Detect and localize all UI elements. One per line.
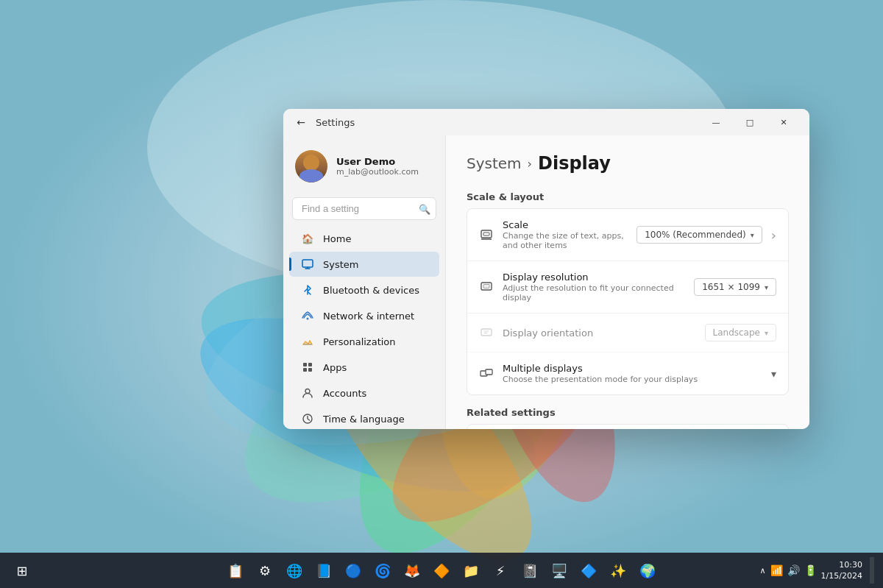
- sidebar-item-apps[interactable]: Apps: [289, 355, 439, 380]
- expand-chevron-icon-multiple: ▾: [771, 368, 776, 380]
- show-desktop-button[interactable]: [870, 557, 874, 584]
- sidebar-item-label-time: Time & language: [323, 414, 405, 425]
- clock-date: 1/15/2024: [821, 570, 862, 581]
- search-input[interactable]: [292, 197, 436, 220]
- sidebar-item-label-home: Home: [323, 233, 351, 244]
- bluetooth-nav-icon: [301, 283, 314, 297]
- settings-body: User Demo m_lab@outlook.com 🔍 🏠HomeSyste…: [283, 135, 809, 429]
- sidebar-item-bluetooth[interactable]: Bluetooth & devices: [289, 277, 439, 302]
- taskbar-center: 📋⚙️🌐📘🔵🌀🦊🔶📁⚡📓🖥️🔷✨🌍: [222, 557, 661, 584]
- sidebar-item-personalization[interactable]: Personalization: [289, 329, 439, 354]
- back-button[interactable]: ←: [292, 113, 310, 131]
- taskbar-clock[interactable]: 10:30 1/15/2024: [821, 559, 862, 582]
- sidebar-item-home[interactable]: 🏠Home: [289, 226, 439, 251]
- row-title-orientation: Display orientation: [503, 327, 696, 339]
- minimize-button[interactable]: —: [699, 109, 733, 135]
- clock-time: 10:30: [839, 559, 862, 570]
- row-subtitle-resolution: Adjust the resolution to fit your connec…: [503, 283, 685, 302]
- sidebar-item-network[interactable]: Network & internet: [289, 303, 439, 328]
- sidebar: User Demo m_lab@outlook.com 🔍 🏠HomeSyste…: [283, 135, 445, 429]
- taskbar-app-icon-8[interactable]: 📁: [458, 557, 484, 584]
- taskbar-app-icon-1[interactable]: ⚙️: [252, 557, 278, 584]
- row-subtitle-multiple: Choose the presentation mode for your di…: [503, 375, 762, 384]
- main-content: System › Display Scale & layoutScaleChan…: [445, 135, 809, 429]
- taskbar-app-icon-14[interactable]: 🌍: [634, 557, 661, 584]
- settings-row-scale[interactable]: ScaleChange the size of text, apps, and …: [467, 209, 788, 261]
- svg-rect-32: [481, 329, 492, 336]
- minimize-icon: —: [712, 118, 720, 127]
- row-value-resolution: 1651 × 1099▾: [694, 278, 776, 296]
- taskbar-app-icon-12[interactable]: 🔷: [575, 557, 602, 584]
- row-content-multiple: Multiple displaysChoose the presentation…: [503, 363, 762, 384]
- section-title-related: Related settings: [467, 407, 789, 418]
- row-subtitle-scale: Change the size of text, apps, and other…: [503, 231, 628, 250]
- taskbar-app-icon-4[interactable]: 🔵: [340, 557, 366, 584]
- chevron-down-icon-resolution: ▾: [765, 283, 768, 291]
- row-dropdown-value-orientation: Landscape: [713, 327, 760, 338]
- settings-window: ← Settings — □ ✕: [283, 109, 809, 429]
- taskbar-app-icon-13[interactable]: ✨: [605, 557, 631, 584]
- sidebar-item-label-system: System: [323, 259, 358, 270]
- user-info: User Demo m_lab@outlook.com: [336, 156, 433, 177]
- network-nav-icon: [301, 309, 314, 322]
- sidebar-item-system[interactable]: System: [289, 252, 439, 277]
- settings-row-resolution[interactable]: Display resolutionAdjust the resolution …: [467, 261, 788, 314]
- system-tray: 📶 🔊 🔋: [770, 564, 817, 576]
- settings-row-multiple[interactable]: Multiple displaysChoose the presentation…: [467, 353, 788, 394]
- chevron-down-icon-orientation: ▾: [765, 329, 768, 337]
- system-nav-icon: [301, 258, 314, 271]
- settings-card-related: Advanced displayDisplay information, ref…: [467, 424, 789, 429]
- row-title-resolution: Display resolution: [503, 272, 685, 283]
- row-dropdown-value-resolution: 1651 × 1099: [702, 282, 760, 292]
- sidebar-item-time[interactable]: Time & language: [289, 406, 439, 429]
- sidebar-item-label-bluetooth: Bluetooth & devices: [323, 285, 419, 296]
- section-title-scale-layout: Scale & layout: [467, 191, 789, 202]
- row-dropdown-scale[interactable]: 100% (Recommended)▾: [636, 226, 762, 244]
- settings-row-advanced[interactable]: Advanced displayDisplay information, ref…: [467, 425, 788, 429]
- taskbar-app-icon-2[interactable]: 🌐: [281, 557, 308, 584]
- breadcrumb-parent: System: [467, 155, 522, 172]
- sidebar-item-label-accounts: Accounts: [323, 388, 366, 399]
- search-icon: 🔍: [419, 203, 430, 214]
- row-arrow-icon-scale: ›: [771, 227, 776, 243]
- taskbar-app-icon-11[interactable]: 🖥️: [546, 557, 572, 584]
- taskbar-app-icon-10[interactable]: 📓: [517, 557, 543, 584]
- row-value-orientation: Landscape▾: [705, 324, 777, 341]
- maximize-icon: □: [746, 118, 753, 127]
- taskbar-app-icon-0[interactable]: 📋: [222, 557, 249, 584]
- taskbar-app-icon-5[interactable]: 🌀: [369, 557, 396, 584]
- chevron-up-icon[interactable]: ∧: [760, 566, 766, 575]
- breadcrumb: System › Display: [467, 153, 789, 174]
- row-title-multiple: Multiple displays: [503, 363, 762, 374]
- svg-point-14: [307, 318, 309, 320]
- taskbar-app-icon-3[interactable]: 📘: [311, 557, 337, 584]
- svg-rect-27: [481, 230, 492, 238]
- battery-icon[interactable]: 🔋: [804, 564, 817, 576]
- svg-rect-29: [483, 233, 489, 235]
- time-nav-icon: [301, 412, 314, 425]
- apps-nav-icon: [301, 361, 314, 374]
- wifi-icon[interactable]: 📶: [770, 564, 783, 576]
- user-profile[interactable]: User Demo m_lab@outlook.com: [283, 141, 445, 191]
- sidebar-item-accounts[interactable]: Accounts: [289, 380, 439, 405]
- sidebar-item-label-personalization: Personalization: [323, 336, 396, 347]
- svg-rect-15: [303, 363, 307, 366]
- svg-rect-11: [302, 260, 313, 267]
- taskbar-app-icon-7[interactable]: 🔶: [428, 557, 455, 584]
- close-button[interactable]: ✕: [767, 109, 801, 135]
- breadcrumb-current: Display: [538, 153, 611, 174]
- row-icon-scale: [479, 227, 494, 242]
- volume-icon[interactable]: 🔊: [787, 564, 800, 576]
- window-title: Settings: [316, 117, 699, 128]
- taskbar-app-icon-9[interactable]: ⚡: [487, 557, 514, 584]
- settings-row-orientation: Display orientationLandscape▾: [467, 314, 788, 353]
- row-dropdown-value-scale: 100% (Recommended): [645, 230, 746, 240]
- avatar-body: [299, 169, 323, 183]
- start-button[interactable]: ⊞: [9, 557, 35, 584]
- taskbar-app-icon-6[interactable]: 🦊: [399, 557, 425, 584]
- row-dropdown-resolution[interactable]: 1651 × 1099▾: [694, 278, 776, 296]
- row-icon-resolution: [479, 280, 494, 294]
- maximize-button[interactable]: □: [733, 109, 767, 135]
- taskbar: ⊞ 📋⚙️🌐📘🔵🌀🦊🔶📁⚡📓🖥️🔷✨🌍 ∧ 📶 🔊 🔋 10:30 1/15/2…: [0, 553, 883, 588]
- sidebar-item-label-apps: Apps: [323, 362, 347, 373]
